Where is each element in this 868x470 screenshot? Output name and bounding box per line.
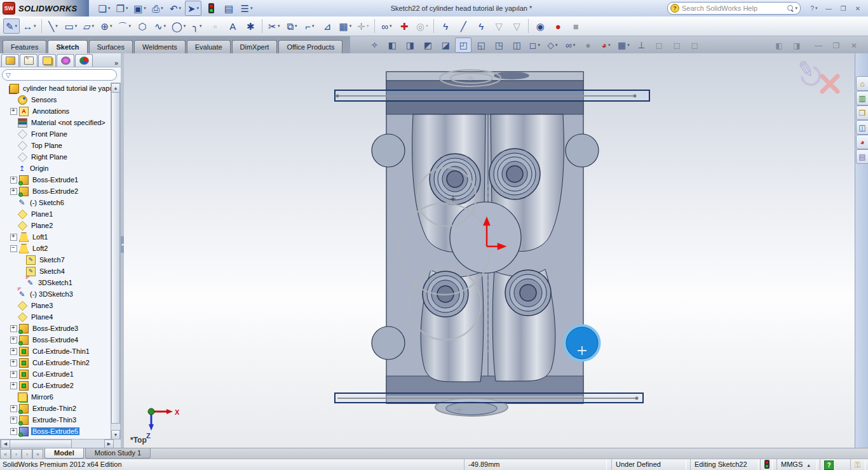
- view-left-button[interactable]: ◩: [419, 37, 436, 53]
- tree-expander-icon[interactable]: [10, 405, 17, 412]
- move-entities-button[interactable]: ✛: [355, 18, 371, 34]
- doc-nav-2-button[interactable]: ›: [22, 449, 32, 459]
- tree-item-right-plane[interactable]: Right Plane: [0, 151, 112, 163]
- tree-item-material-not-specified[interactable]: Material <not specified>: [0, 117, 112, 128]
- unit-system-selector[interactable]: MMGS▲: [776, 459, 817, 470]
- tree-vertical-scrollbar[interactable]: ▲ ▼: [111, 83, 121, 440]
- corner-rectangle-button[interactable]: ▭: [63, 18, 79, 34]
- custom-properties-button[interactable]: ▤: [856, 149, 868, 164]
- tree-item-extrude-thin2[interactable]: Extrude-Thin2: [0, 403, 112, 414]
- tree-item-cut-extrude2[interactable]: Cut-Extrude2: [0, 380, 112, 391]
- mirror-entities-button[interactable]: ⊿: [319, 18, 336, 34]
- quick-view-button[interactable]: ✧: [366, 37, 383, 53]
- spline-button[interactable]: ∿: [152, 18, 168, 34]
- tab-office-products[interactable]: Office Products: [278, 40, 342, 53]
- tree-expander-icon[interactable]: [10, 371, 17, 378]
- tree-item-cylinder-head-tutorial-ile-yap-l[interactable]: cylinder head tutorial ile yapıl: [0, 83, 112, 94]
- view-right-button[interactable]: ◪: [437, 37, 454, 53]
- tree-expander-icon[interactable]: [10, 245, 17, 252]
- scroll-up-icon[interactable]: ▲: [111, 83, 120, 93]
- tree-item-plane3[interactable]: Plane3: [0, 300, 112, 311]
- scroll-left-icon[interactable]: ◀: [1, 440, 10, 448]
- scrollbar-thumb[interactable]: [111, 92, 120, 424]
- file-properties-button[interactable]: ▤: [220, 1, 237, 16]
- confirmation-corner-accept-icon[interactable]: ✎: [795, 56, 820, 85]
- hide-show-items-button[interactable]: ∞: [562, 37, 578, 53]
- tab-dimxpert[interactable]: DimXpert: [232, 40, 278, 53]
- prev-view-1-button[interactable]: ◻: [651, 37, 667, 53]
- doc-nav-3-button[interactable]: »: [32, 449, 43, 459]
- tree-expander-icon[interactable]: [10, 188, 17, 195]
- tree-item-cut-extrude1[interactable]: Cut-Extrude1: [0, 368, 112, 380]
- tree-expander-icon[interactable]: [10, 325, 17, 332]
- scrollbar-thumb[interactable]: [10, 440, 72, 448]
- quick-tips-button[interactable]: ?: [820, 459, 834, 470]
- solidworks-resources-button[interactable]: ⌂: [856, 76, 868, 91]
- tab-features[interactable]: Features: [3, 40, 46, 53]
- tree-item-boss-extrude5[interactable]: Boss-Extrude5: [0, 426, 112, 437]
- panel-tab-displaymanager[interactable]: [75, 54, 93, 67]
- selection-filter-a-button[interactable]: ▽: [491, 18, 507, 34]
- tree-item-sketch6[interactable]: (-) Sketch6: [0, 197, 112, 208]
- tree-item-plane4[interactable]: Plane4: [0, 311, 112, 323]
- quick-snaps-button[interactable]: ◎: [414, 18, 430, 34]
- tags-icon[interactable]: ⚿: [850, 459, 865, 470]
- panel-tab-dimxpertmanager[interactable]: [57, 54, 74, 67]
- doc-tab-motion-study-1[interactable]: Motion Study 1: [85, 448, 151, 459]
- file-explorer-button[interactable]: ❒: [856, 105, 868, 120]
- view-bottom-button[interactable]: ◱: [473, 37, 489, 53]
- tree-expander-icon[interactable]: [10, 382, 17, 389]
- panel-tabs-overflow-icon[interactable]: »: [114, 59, 118, 67]
- tree-item-origin[interactable]: Origin: [0, 163, 112, 174]
- view-isometric-button[interactable]: ◳: [491, 37, 507, 53]
- design-library-button[interactable]: ▥: [856, 91, 868, 105]
- rebuild-traffic-light-button[interactable]: [203, 1, 219, 16]
- tree-item-annotations[interactable]: Annotations: [0, 105, 112, 117]
- tree-item-plane2[interactable]: Plane2: [0, 220, 112, 231]
- tree-item-boss-extrude1[interactable]: Boss-Extrude1: [0, 174, 112, 185]
- select-button[interactable]: ➤: [185, 1, 201, 16]
- panel-tab-propertymanager[interactable]: [20, 54, 37, 67]
- polygon-button[interactable]: ⬡: [134, 18, 151, 34]
- tree-item-3dsketch3[interactable]: (-) 3DSketch3: [0, 288, 112, 300]
- scroll-down-icon[interactable]: ▼: [111, 430, 120, 440]
- search-box[interactable]: ? Search SolidWorks Help ▾: [667, 2, 801, 15]
- graphics-viewport[interactable]: ✎ X Z *Top: [124, 53, 855, 448]
- tree-expander-icon[interactable]: [10, 177, 17, 184]
- help-menu-button[interactable]: ?▾: [808, 3, 820, 13]
- tab-sketch[interactable]: Sketch: [48, 40, 87, 53]
- tree-item-loft2[interactable]: Loft2: [0, 243, 112, 254]
- text-button[interactable]: A: [224, 18, 241, 34]
- doc-close-button[interactable]: ✕: [846, 38, 862, 53]
- appearances-scenes-button[interactable]: ◕: [856, 135, 868, 149]
- doc-minimize-button[interactable]: —: [810, 38, 827, 53]
- view-back-button[interactable]: ◨: [402, 37, 418, 53]
- linear-sketch-pattern-button[interactable]: ▦: [337, 18, 353, 34]
- ellipse-button[interactable]: ◯: [170, 18, 187, 34]
- tab-evaluate[interactable]: Evaluate: [187, 40, 231, 53]
- tree-expander-icon[interactable]: [10, 359, 17, 366]
- tab-weldments[interactable]: Weldments: [134, 40, 186, 53]
- point-button[interactable]: ✱: [242, 18, 259, 34]
- offset-entities-button[interactable]: ⌐: [301, 18, 318, 34]
- smart-dimension-button[interactable]: ↔: [21, 18, 38, 34]
- new-button[interactable]: ❏: [96, 1, 112, 16]
- tree-expander-icon[interactable]: [10, 428, 17, 435]
- restore-button[interactable]: ❐: [837, 3, 850, 13]
- tree-item-boss-extrude3[interactable]: Boss-Extrude3: [0, 323, 112, 334]
- doc-tab-model[interactable]: Model: [44, 448, 84, 459]
- save-button[interactable]: ▣: [132, 1, 148, 16]
- tree-expander-icon[interactable]: [10, 234, 17, 241]
- display-delete-relations-button[interactable]: ∞: [378, 18, 395, 34]
- tree-item-extrude-thin3[interactable]: Extrude-Thin3: [0, 414, 112, 426]
- centerpoint-arc-button[interactable]: ⌒: [116, 18, 133, 34]
- search-icon[interactable]: [787, 5, 794, 11]
- section-view-button[interactable]: ◫: [508, 37, 525, 53]
- print-button[interactable]: ⎙: [149, 1, 166, 16]
- view-front-button[interactable]: ◧: [384, 37, 400, 53]
- feature-tree-filter-input[interactable]: ▽: [2, 69, 117, 81]
- tree-item-front-plane[interactable]: Front Plane: [0, 128, 112, 140]
- tree-item-sketch4[interactable]: Sketch4: [0, 265, 112, 277]
- tab-surfaces[interactable]: Surfaces: [89, 40, 133, 53]
- prev-view-3-button[interactable]: ◻: [686, 37, 703, 53]
